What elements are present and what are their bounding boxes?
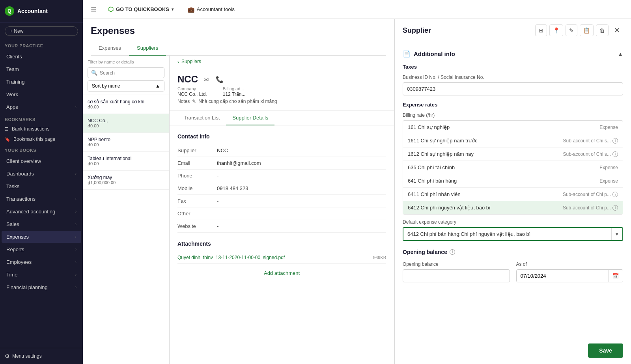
list-item[interactable]: Xưởng may ₫1,000,000.00 bbox=[83, 171, 169, 190]
sidebar-item-sales[interactable]: Sales › bbox=[2, 218, 81, 230]
add-attachment-button[interactable]: Add attachment bbox=[177, 267, 386, 279]
list-item[interactable]: 6411 Chi phí nhân viên Sub-account of Ch… bbox=[403, 188, 623, 201]
date-field-wrapper[interactable]: 📅 bbox=[516, 269, 624, 282]
collapse-button[interactable]: ▲ bbox=[618, 51, 623, 57]
list-item[interactable]: 635 Chi phí tài chính Expense bbox=[403, 161, 623, 174]
sidebar-item-dashboards[interactable]: Dashboards › bbox=[2, 168, 81, 180]
email-icon-button[interactable]: ✉ bbox=[202, 74, 210, 85]
pencil-icon: ✎ bbox=[569, 27, 574, 34]
info-icon[interactable]: i bbox=[612, 151, 618, 157]
sidebar-item-client-overview[interactable]: Client overview bbox=[2, 155, 81, 167]
as-of-field: As of 📅 bbox=[516, 261, 624, 282]
practice-section-header[interactable]: YOUR PRACTICE ✎ bbox=[0, 40, 83, 50]
field-label: Other bbox=[177, 207, 217, 220]
page-title: Expenses bbox=[91, 25, 386, 36]
tab-supplier-details[interactable]: Supplier Details bbox=[226, 111, 274, 125]
sidebar-item-apps[interactable]: Apps › bbox=[2, 101, 81, 113]
supplier-name: cơ sở sản xuất hàng cơ khí bbox=[88, 99, 164, 105]
field-value: - bbox=[217, 195, 386, 207]
tab-transaction-list[interactable]: Transaction List bbox=[177, 111, 226, 125]
grid-icon-button[interactable]: ⊞ bbox=[535, 24, 547, 36]
sidebar-item-team[interactable]: Team bbox=[2, 63, 81, 75]
sidebar-item-work[interactable]: Work bbox=[2, 88, 81, 101]
attachments-title: Attachments bbox=[177, 241, 386, 247]
practice-section-label: YOUR PRACTICE bbox=[5, 43, 43, 48]
breadcrumb[interactable]: ‹ Suppliers bbox=[170, 56, 394, 67]
calendar-icon[interactable]: 📅 bbox=[608, 270, 623, 282]
bookmarks-section-header[interactable]: BOOKMARKS ✎ bbox=[0, 114, 83, 124]
field-value: NCC bbox=[217, 144, 386, 157]
chevron-down-icon: ▾ bbox=[172, 7, 174, 11]
list-item[interactable]: 1611 Chi sự nghiệp năm trước Sub-account… bbox=[403, 134, 623, 147]
edit-icon-button[interactable]: ✎ bbox=[566, 24, 577, 36]
dropdown-arrow-icon[interactable]: ▾ bbox=[611, 228, 622, 240]
sidebar-item-advanced-accounting[interactable]: Advanced accounting › bbox=[2, 205, 81, 218]
go-to-quickbooks-label: GO TO QUICKBOOKS bbox=[116, 6, 169, 12]
info-icon[interactable]: i bbox=[612, 138, 618, 144]
sidebar-item-transactions[interactable]: Transactions › bbox=[2, 193, 81, 205]
search-box[interactable]: 🔍 bbox=[88, 67, 164, 78]
sidebar-item-training[interactable]: Training bbox=[2, 76, 81, 88]
sidebar-item-reports[interactable]: Reports › bbox=[2, 243, 81, 256]
sidebar-item-employees[interactable]: Employees › bbox=[2, 256, 81, 268]
attachment-link[interactable]: Quyet dinh_thinv_13-11-2020-11-00-00_sig… bbox=[177, 255, 285, 260]
new-button[interactable]: + New bbox=[5, 26, 78, 36]
sidebar-item-clients[interactable]: Clients bbox=[2, 50, 81, 63]
sidebar-item-label: Financial planning bbox=[6, 284, 48, 290]
copy-icon-button[interactable]: 📋 bbox=[580, 24, 594, 36]
supplier-list-area: Filter by name or details 🔍 Sort by name… bbox=[83, 56, 394, 364]
field-value: thanhlt@gmail.com bbox=[217, 157, 386, 170]
rate-type: Sub-account of Chi p... i bbox=[563, 192, 618, 197]
rate-type: Expense bbox=[599, 178, 618, 184]
save-button[interactable]: Save bbox=[588, 343, 623, 358]
go-to-quickbooks-button[interactable]: ⬡ GO TO QUICKBOOKS ▾ bbox=[104, 3, 177, 15]
sidebar-item-label: Transactions bbox=[6, 196, 35, 202]
info-icon[interactable]: i bbox=[612, 205, 618, 211]
list-item[interactable]: NCC Co., ₫0.00 bbox=[83, 114, 169, 133]
location-icon-button[interactable]: 📍 bbox=[549, 24, 563, 36]
sidebar-item-bookmark-this-page[interactable]: 🔖 Bookmark this page bbox=[0, 134, 83, 144]
info-icon[interactable]: i bbox=[612, 192, 618, 197]
sidebar-item-tasks[interactable]: Tasks bbox=[2, 180, 81, 192]
list-item[interactable]: NPP bento ₫0.00 bbox=[83, 133, 169, 152]
grid-icon: ⊞ bbox=[539, 27, 543, 34]
menu-toggle-button[interactable]: ☰ bbox=[89, 4, 98, 15]
info-icon[interactable]: i bbox=[450, 249, 455, 255]
sort-button[interactable]: Sort by name ▲ bbox=[88, 80, 164, 91]
phone-icon-button[interactable]: 📞 bbox=[214, 74, 225, 85]
default-expense-input[interactable] bbox=[403, 228, 611, 240]
business-id-input[interactable] bbox=[403, 82, 623, 95]
bookmarks-section-label: BOOKMARKS bbox=[5, 117, 35, 122]
supplier-list-header: Filter by name or details 🔍 Sort by name… bbox=[83, 56, 169, 95]
close-panel-button[interactable]: ✕ bbox=[611, 24, 623, 36]
sidebar-item-time[interactable]: Time › bbox=[2, 269, 81, 281]
opening-balance-field-label: Opening balance bbox=[403, 261, 510, 267]
table-row: Fax- bbox=[177, 195, 386, 207]
tab-suppliers[interactable]: Suppliers bbox=[129, 41, 166, 56]
list-item[interactable]: 161 Chi sự nghiệp Expense bbox=[403, 121, 623, 134]
sidebar-item-expenses[interactable]: Expenses › bbox=[2, 231, 81, 243]
rate-name: 641 Chi phí bán hàng bbox=[408, 178, 457, 184]
as-of-date-input[interactable] bbox=[517, 270, 609, 282]
search-input[interactable] bbox=[100, 70, 161, 76]
opening-balance-input[interactable] bbox=[403, 269, 510, 282]
panel-section-title: 📄 Additional info bbox=[403, 50, 455, 58]
tab-expenses[interactable]: Expenses bbox=[91, 41, 129, 56]
field-value: - bbox=[217, 207, 386, 220]
list-item[interactable]: cơ sở sản xuất hàng cơ khí ₫0.00 bbox=[83, 95, 169, 114]
accountant-tools-button[interactable]: 💼 Accountant tools bbox=[184, 4, 239, 15]
list-item[interactable]: 6412 Chi phí nguyên vật liệu, bao bì Sub… bbox=[403, 201, 623, 214]
books-section-header[interactable]: YOUR BOOKS ✎ bbox=[0, 144, 83, 155]
edit-notes-icon[interactable]: ✎ bbox=[192, 99, 196, 104]
list-item[interactable]: Tableau International ₫0.00 bbox=[83, 152, 169, 171]
sidebar-item-bank-transactions[interactable]: ☰ Bank transactions bbox=[0, 124, 83, 134]
list-item[interactable]: 1612 Chi sự nghiệp năm nay Sub-account o… bbox=[403, 147, 623, 161]
chevron-right-icon: › bbox=[75, 247, 77, 252]
sidebar-title: Accountant bbox=[17, 8, 48, 14]
billing-rate-label: Billing rate (/hr) bbox=[403, 112, 623, 118]
trash-icon-button[interactable]: 🗑 bbox=[596, 24, 609, 36]
menu-settings[interactable]: ⚙ Menu settings bbox=[0, 348, 83, 364]
default-expense-select[interactable]: ▾ bbox=[403, 227, 623, 241]
sidebar-item-financial-planning[interactable]: Financial planning › bbox=[2, 281, 81, 293]
list-item[interactable]: 641 Chi phí bán hàng Expense bbox=[403, 174, 623, 188]
